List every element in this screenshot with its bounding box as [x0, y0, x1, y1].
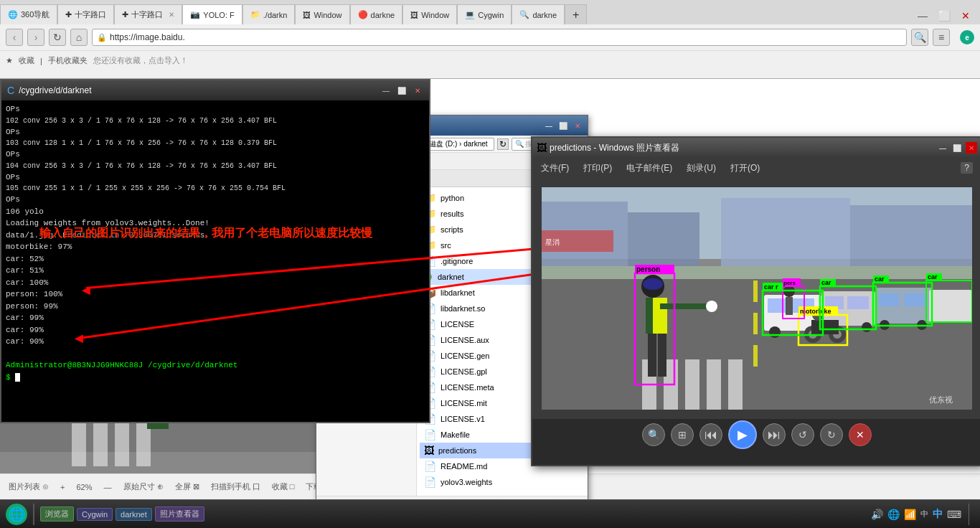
tray-keyboard-icon[interactable]: ⌨ — [947, 509, 961, 520]
tab-icon: ✚ — [122, 10, 128, 19]
cygwin-close-button[interactable]: ✕ — [412, 85, 423, 96]
cygwin-content[interactable]: OPs 102 conv 256 3 x 3 / 1 76 x 76 x 128… — [1, 100, 429, 422]
delete-button[interactable]: ✕ — [849, 423, 872, 446]
original-size-button[interactable]: 原始尺寸 ⊕ — [123, 481, 164, 492]
start-button[interactable]: 🌐 — [6, 504, 27, 525]
taskbar-explorer-item[interactable]: darknet — [116, 508, 152, 521]
photo-viewer-titlebar: 🖼 predictions - Windows 照片查看器 — ⬜ ✕ — [532, 138, 980, 158]
menu-print[interactable]: 打印(P) — [583, 162, 612, 174]
svg-rect-68 — [929, 290, 972, 322]
explorer-minimize-button[interactable]: — — [543, 120, 555, 131]
tab-360[interactable]: 🌐 360导航 — [0, 4, 57, 24]
file-name: yolov3.weights — [440, 478, 492, 486]
forward-button[interactable]: › — [27, 29, 44, 46]
svg-rect-42 — [753, 280, 758, 302]
menu-open[interactable]: 打开(O) — [730, 162, 760, 174]
photo-viewer-controls: 🔍 ⊞ ⏮ ▶ ⏭ ↺ ↻ ✕ — [532, 419, 980, 451]
tray-icon-2[interactable]: 🌐 — [887, 509, 900, 520]
svg-rect-41 — [728, 359, 743, 410]
tab-yolo[interactable]: 📷 YOLO: F — [182, 4, 242, 24]
taskbar-icons: 🌐 浏览器 Cygwin darknet 照片查看器 — [0, 504, 865, 525]
next-image-button[interactable]: ⏭ — [763, 423, 786, 446]
minimize-button[interactable]: — — [914, 7, 931, 24]
menu-file[interactable]: 文件(F) — [541, 162, 569, 174]
tray-icon-input[interactable]: 中 — [933, 508, 943, 521]
show-desktop-button[interactable] — [969, 504, 974, 525]
tab-close-icon[interactable]: ✕ — [169, 11, 174, 19]
file-yolov3[interactable]: 📄 yolov3.weights — [420, 474, 585, 490]
restore-button[interactable]: ⬜ — [936, 7, 953, 24]
refresh-button[interactable]: ↻ — [49, 29, 66, 46]
bookmark-label[interactable]: 收藏 — [19, 55, 34, 66]
taskbar-cygwin-item[interactable]: Cygwin — [77, 508, 113, 521]
tab-cross1[interactable]: ✚ 十字路口 — [57, 4, 114, 24]
cygwin-minimize-button[interactable]: — — [380, 85, 392, 96]
tab-darkne[interactable]: 🔴 darkne — [350, 4, 403, 24]
tab-win1[interactable]: 🖼 Window — [295, 4, 349, 24]
zoom-level: 62% — [77, 483, 93, 491]
terminal-cursor: $ — [6, 372, 425, 384]
photo-viewer-icon: 🖼 — [537, 142, 547, 154]
tab-dark1[interactable]: 📁 ./darkn — [242, 4, 296, 24]
photo-viewer-title: predictions - Windows 照片查看器 — [550, 142, 934, 154]
file-icon: 📄 — [424, 429, 436, 440]
tab-win2[interactable]: 🖼 Window — [402, 4, 457, 24]
zoom-minus[interactable]: — — [104, 483, 112, 491]
photo-viewer-close-button[interactable]: ✕ — [966, 142, 977, 154]
phone-bookmark-label[interactable]: 手机收藏夹 — [48, 55, 88, 66]
terminal-car5: car: 99% — [6, 324, 425, 336]
terminal-person2: person: 99% — [6, 301, 425, 313]
explorer-refresh-button[interactable]: ↻ — [497, 138, 509, 150]
image-list-button[interactable]: 图片列表 ⊙ — [9, 481, 49, 492]
svg-rect-64 — [879, 293, 899, 306]
help-icon[interactable]: ? — [961, 162, 973, 174]
settings-button[interactable]: ≡ — [933, 29, 950, 46]
file-name: .gitignore — [440, 257, 473, 265]
cygwin-restore-button[interactable]: ⬜ — [396, 85, 407, 96]
terminal-line: OPs — [6, 194, 425, 206]
fit-window-button[interactable]: ⊞ — [671, 423, 694, 446]
explorer-close-button[interactable]: ✕ — [572, 120, 583, 131]
taskbar-browser-item[interactable]: 浏览器 — [40, 506, 74, 522]
browser-close-button[interactable]: ✕ — [957, 7, 974, 24]
prev-image-button[interactable]: ⏮ — [699, 423, 722, 446]
tab-new[interactable]: + — [565, 4, 587, 24]
star-icon: ★ — [6, 56, 13, 65]
back-button[interactable]: ‹ — [6, 29, 23, 46]
menu-burn[interactable]: 刻录(U) — [687, 162, 716, 174]
tray-icon-3[interactable]: 📶 — [904, 509, 916, 520]
collect-button[interactable]: 收藏 □ — [272, 481, 295, 492]
file-name: darknet — [438, 273, 464, 281]
terminal-line: OPs — [6, 148, 425, 161]
svg-rect-40 — [707, 359, 721, 410]
tray-icon-1[interactable]: 🔊 — [871, 509, 883, 520]
annotation-text: 输入自己的图片识别出来的结果，我用了个老电脑所以速度比较慢 — [39, 226, 372, 241]
zoom-plus[interactable]: + — [60, 483, 65, 491]
menu-email[interactable]: 电子邮件(E) — [626, 162, 672, 174]
rotate-ccw-button[interactable]: ↺ — [791, 423, 814, 446]
photo-viewer-minimize-button[interactable]: — — [937, 142, 948, 154]
taskbar-photo-item[interactable]: 照片查看器 — [155, 506, 204, 522]
zoom-in-button[interactable]: 🔍 — [642, 423, 665, 446]
photo-viewer-restore-button[interactable]: ⬜ — [951, 142, 963, 154]
rotate-cw-button[interactable]: ↻ — [820, 423, 843, 446]
tab-icon: 📷 — [190, 10, 200, 19]
tray-time: 中 — [920, 509, 928, 519]
cygwin-title-text: /cygdrive/d/darknet — [19, 85, 376, 95]
search-button[interactable]: 🔍 — [911, 29, 928, 46]
svg-rect-65 — [904, 293, 925, 306]
svg-text:car: car — [928, 273, 938, 280]
svg-text:person: person — [636, 265, 660, 273]
lock-icon: 🔒 — [97, 33, 107, 42]
fullscreen-button[interactable]: 全屏 ⊠ — [175, 481, 199, 492]
tab-icon: 🌐 — [8, 10, 18, 19]
tab-darknet-search[interactable]: 🔍 darkne — [512, 4, 565, 24]
tab-cygwin[interactable]: 💻 Cygwin — [457, 4, 512, 24]
explorer-restore-button[interactable]: ⬜ — [557, 120, 569, 131]
home-button[interactable]: ⌂ — [70, 29, 88, 46]
tab-cross2[interactable]: ✚ 十字路口 ✕ — [114, 4, 182, 24]
address-bar[interactable]: 🔒 https://image.baidu. — [92, 29, 907, 46]
play-slideshow-button[interactable]: ▶ — [728, 420, 757, 449]
scan-button[interactable]: 扫描到手机 口 — [211, 481, 260, 492]
file-name: predictions — [438, 446, 476, 455]
